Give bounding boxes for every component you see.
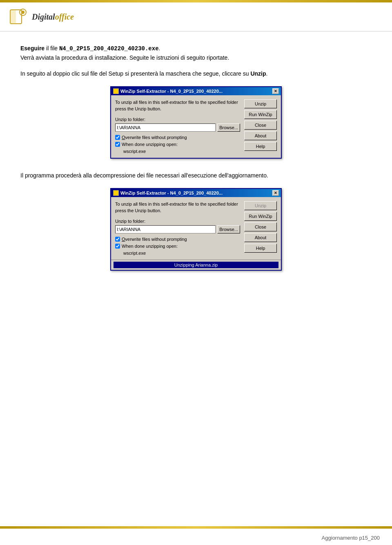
paragraph-3: In seguito al doppio clic sul file del S… — [20, 69, 372, 78]
dialog-2-browse-button[interactable]: Browse... — [217, 225, 240, 233]
p3-bold: Unzip — [250, 70, 266, 77]
dialog-2-checkbox-1-row: Overwrite files without prompting — [115, 237, 240, 242]
dialog-1-folder-input[interactable] — [115, 123, 216, 132]
footer: Aggiornamento p15_200 — [322, 535, 380, 541]
dialog-2-wscript: wscript.exe — [123, 251, 240, 256]
svg-point-3 — [21, 11, 24, 14]
dialog-1-checkbox-1-row: OOverwrite files without promptingverwri… — [115, 135, 240, 140]
dialog-1-browse-button[interactable]: Browse... — [217, 123, 240, 132]
dialog-2-titlebar: WinZip Self-Extractor - N4_0_2P15_200_40… — [111, 189, 281, 197]
dialog-2-progress-row: Unzipping Arianna.zip — [111, 260, 281, 270]
dialog-2-help-button[interactable]: Help — [244, 244, 277, 253]
dialog-1-runwinzip-button[interactable]: Run WinZip — [244, 110, 277, 119]
dialog-1-left: To unzip all files in this self-extracto… — [115, 99, 240, 154]
p1-rest: il file — [45, 45, 59, 52]
p1-bold: Eseguire — [20, 45, 45, 52]
dialog-1-wscript: wscript.exe — [123, 149, 240, 154]
dialog-2-buttons: Unzip Run WinZip Close About Help — [244, 201, 277, 256]
dialog-2-unzip-button[interactable]: Unzip — [244, 201, 277, 210]
dialog-1-checkbox-2-row: When done unzipping open: — [115, 142, 240, 147]
bottom-gold-bar — [0, 526, 392, 529]
dialog-2-folder-input[interactable] — [115, 225, 216, 233]
dialog-1-checkbox-overwrite[interactable] — [115, 135, 120, 140]
svg-rect-1 — [10, 10, 16, 24]
dialog-2-checkbox-1-label: Overwrite files without prompting — [122, 237, 187, 242]
logo-icon — [8, 7, 29, 27]
winzip-icon-1 — [113, 88, 119, 94]
paragraph-1: Eseguire il file N4_0_2P15_200_40220_402… — [20, 44, 372, 63]
dialog-2-progress-bar: Unzipping Arianna.zip — [114, 262, 278, 268]
dialog-1-body: To unzip all files in this self-extracto… — [111, 95, 281, 158]
dialog-2-runwinzip-button[interactable]: Run WinZip — [244, 212, 277, 221]
paragraph-4: Il programma procederà alla decompressio… — [20, 171, 372, 180]
dialog-2-left: To unzip all files in this self-extracto… — [115, 201, 240, 256]
dialog-1-close-btn[interactable]: ✕ — [272, 88, 279, 94]
dialog-1-titlebar: WinZip Self-Extractor - N4_0_2P15_200_40… — [111, 87, 281, 95]
dialog-1-about-button[interactable]: About — [244, 131, 277, 140]
header: Digitaloffice — [0, 2, 392, 31]
footer-label: Aggiornamento p15_200 — [322, 535, 380, 541]
dialog-1-close-button[interactable]: Close — [244, 121, 277, 130]
dialog-1-title: WinZip Self-Extractor - N4_0_2P15_200_40… — [120, 89, 223, 94]
dialog-1-description: To unzip all files in this self-extracto… — [115, 99, 240, 112]
dialog-2-checkbox-2-label: When done unzipping open: — [122, 244, 178, 249]
dialog-2-description: To unzip all files in this self-extracto… — [115, 201, 240, 214]
dialog-1-checkbox-open[interactable] — [115, 142, 120, 147]
logo-area: Digitaloffice — [8, 7, 74, 27]
p1-mono: N4_0_2P15_200_40220_40230.exe — [59, 45, 159, 52]
winzip-icon-2 — [113, 190, 119, 196]
winzip-dialog-2: WinZip Self-Extractor - N4_0_2P15_200_40… — [110, 188, 282, 271]
p3-start: In seguito al doppio clic sul file del S… — [20, 70, 250, 77]
dialog-1-checkbox-1-label: OOverwrite files without promptingverwri… — [122, 135, 187, 140]
dialog-1-buttons: Unzip Run WinZip Close About Help — [244, 99, 277, 154]
dialog-2-folder-label: Unzip to folder: — [115, 219, 240, 224]
p1-end: . — [159, 45, 160, 52]
logo-text-area: Digitaloffice — [32, 12, 74, 22]
dialog-1-checkbox-2-label: When done unzipping open: — [122, 142, 178, 147]
dialog-1-unzip-button[interactable]: Unzip — [244, 99, 277, 108]
dialog-1-folder-label: Unzip to folder: — [115, 117, 240, 122]
dialog-2-checkbox-2-row: When done unzipping open: — [115, 244, 240, 249]
dialog-2-about-button[interactable]: About — [244, 233, 277, 242]
main-content: Eseguire il file N4_0_2P15_200_40220_402… — [0, 31, 392, 316]
dialog-2-title: WinZip Self-Extractor - N4_0_2P15_200_40… — [120, 191, 223, 195]
dialog-1-container: WinZip Self-Extractor - N4_0_2P15_200_40… — [20, 86, 372, 159]
titlebar-left-2: WinZip Self-Extractor - N4_0_2P15_200_40… — [113, 190, 223, 196]
dialog-2-body: To unzip all files in this self-extracto… — [111, 197, 281, 260]
dialog-2-checkbox-overwrite[interactable] — [115, 237, 120, 242]
dialog-2-checkbox-open[interactable] — [115, 244, 120, 249]
dialog-2-close-button[interactable]: Close — [244, 222, 277, 231]
dialog-2-close-btn[interactable]: ✕ — [272, 190, 279, 196]
dialog-1-folder-row: Browse... — [115, 123, 240, 132]
winzip-dialog-1: WinZip Self-Extractor - N4_0_2P15_200_40… — [110, 86, 282, 159]
titlebar-left-1: WinZip Self-Extractor - N4_0_2P15_200_40… — [113, 88, 223, 94]
dialog-2-container: WinZip Self-Extractor - N4_0_2P15_200_40… — [20, 188, 372, 271]
dialog-2-folder-row: Browse... — [115, 225, 240, 233]
p3-end: . — [266, 70, 268, 77]
dialog-2-progress-label: Unzipping Arianna.zip — [174, 262, 218, 267]
dialog-1-help-button[interactable]: Help — [244, 142, 277, 151]
paragraph-2: Verrà avviata la procedura di installazi… — [20, 54, 229, 61]
